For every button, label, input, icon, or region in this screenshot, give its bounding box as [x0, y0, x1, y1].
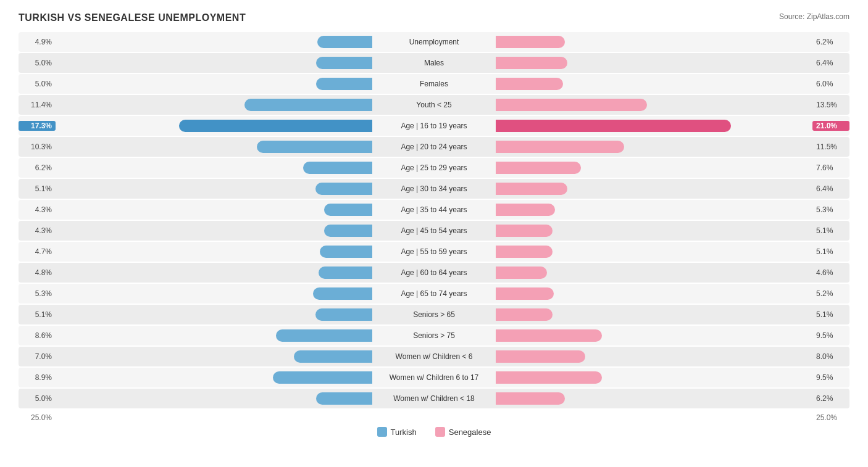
bar-left — [316, 57, 372, 69]
bar-label: Age | 20 to 24 years — [372, 143, 496, 151]
bar-left — [315, 308, 372, 321]
bar-right — [496, 204, 555, 216]
bar-left-container — [56, 162, 372, 174]
val-right: 9.5% — [812, 331, 849, 340]
bar-label: Age | 16 to 19 years — [372, 122, 496, 130]
row-inner: 6.2% Age | 25 to 29 years 7.6% — [19, 160, 849, 176]
bar-right-container — [496, 120, 812, 132]
bar-right-container — [496, 392, 812, 405]
val-right: 5.1% — [812, 226, 849, 235]
row-inner: 5.1% Age | 30 to 34 years 6.4% — [19, 181, 849, 197]
val-left: 8.6% — [19, 331, 56, 340]
val-right: 7.6% — [812, 163, 849, 172]
bar-row: 4.3% Age | 45 to 54 years 5.1% — [19, 221, 849, 241]
bar-row: 4.9% Unemployment 6.2% — [19, 32, 849, 52]
bar-row: 5.0% Women w/ Children < 18 6.2% — [19, 389, 849, 408]
bar-left-container — [56, 141, 372, 153]
bar-right-container — [496, 246, 812, 258]
bar-label: Unemployment — [372, 38, 496, 46]
bar-label: Women w/ Children 6 to 17 — [372, 373, 496, 382]
row-inner: 5.0% Males 6.4% — [19, 55, 849, 71]
bar-left — [316, 78, 372, 90]
bar-left-container — [56, 99, 372, 111]
bar-label: Age | 55 to 59 years — [372, 247, 496, 256]
legend-item-senegalese: Senegalese — [435, 427, 491, 437]
bar-right-container — [496, 225, 812, 237]
bar-row: 5.0% Females 6.0% — [19, 74, 849, 94]
val-left: 5.0% — [19, 394, 56, 403]
bar-label: Women w/ Children < 18 — [372, 394, 496, 403]
bar-right — [496, 183, 567, 195]
bar-left — [257, 141, 372, 153]
val-left: 4.9% — [19, 38, 56, 46]
bar-left-container — [56, 120, 372, 132]
val-left: 4.7% — [19, 247, 56, 256]
bar-label: Seniors > 75 — [372, 331, 496, 340]
val-left: 8.9% — [19, 373, 56, 382]
bar-right-container — [496, 99, 812, 111]
val-right: 4.6% — [812, 268, 849, 277]
val-left: 5.3% — [19, 289, 56, 298]
val-right: 5.1% — [812, 247, 849, 256]
bar-left — [324, 204, 372, 216]
bar-row: 11.4% Youth < 25 13.5% — [19, 95, 849, 115]
bar-right — [496, 308, 553, 321]
bar-right-container — [496, 350, 812, 363]
bar-left-container — [56, 36, 372, 48]
bar-left — [324, 225, 372, 237]
bar-left-container — [56, 78, 372, 90]
bar-right — [496, 57, 567, 69]
bar-row: 7.0% Women w/ Children < 6 8.0% — [19, 347, 849, 366]
bar-left — [315, 183, 372, 195]
bar-left — [294, 350, 372, 363]
chart-header: TURKISH VS SENEGALESE UNEMPLOYMENT Sourc… — [19, 12, 849, 23]
bar-left-container — [56, 371, 372, 384]
bar-left — [320, 246, 372, 258]
bar-right-container — [496, 308, 812, 321]
axis-row: 25.0% 25.0% — [19, 413, 849, 422]
bar-left-container — [56, 204, 372, 216]
row-inner: 10.3% Age | 20 to 24 years 11.5% — [19, 139, 849, 155]
bar-right-container — [496, 287, 812, 300]
bar-right — [496, 141, 624, 153]
legend-box-senegalese — [435, 427, 445, 437]
bar-label: Youth < 25 — [372, 101, 496, 109]
bar-right — [496, 120, 731, 132]
bar-row: 6.2% Age | 25 to 29 years 7.6% — [19, 158, 849, 178]
bar-left-container — [56, 57, 372, 69]
row-inner: 11.4% Youth < 25 13.5% — [19, 97, 849, 113]
row-inner: 8.6% Seniors > 75 9.5% — [19, 328, 849, 344]
bar-left-container — [56, 225, 372, 237]
val-left: 5.1% — [19, 184, 56, 193]
row-inner: 4.3% Age | 35 to 44 years 5.3% — [19, 202, 849, 218]
bar-row: 4.3% Age | 35 to 44 years 5.3% — [19, 200, 849, 220]
bar-right — [496, 287, 554, 300]
bar-left — [276, 329, 372, 342]
bar-right — [496, 329, 602, 342]
bar-label: Age | 45 to 54 years — [372, 226, 496, 235]
bar-right — [496, 225, 553, 237]
bar-left — [273, 371, 372, 384]
bar-left — [313, 287, 372, 300]
bar-row: 8.9% Women w/ Children 6 to 17 9.5% — [19, 368, 849, 387]
bar-row: 10.3% Age | 20 to 24 years 11.5% — [19, 137, 849, 157]
bar-right — [496, 99, 647, 111]
val-left: 11.4% — [19, 101, 56, 109]
val-right: 6.2% — [812, 38, 849, 46]
bar-right — [496, 36, 565, 48]
bar-label: Age | 30 to 34 years — [372, 184, 496, 193]
row-inner: 17.3% Age | 16 to 19 years 21.0% — [19, 118, 849, 134]
legend-label-turkish: Turkish — [391, 428, 417, 437]
legend-box-turkish — [377, 427, 387, 437]
val-left: 5.0% — [19, 80, 56, 88]
chart-body: 4.9% Unemployment 6.2% 5.0% Males 6.4% 5… — [19, 32, 849, 408]
val-left: 4.3% — [19, 205, 56, 214]
bar-right — [496, 392, 565, 405]
bar-right — [496, 350, 585, 363]
bar-left-container — [56, 246, 372, 258]
bar-left — [179, 120, 372, 132]
bar-label: Age | 60 to 64 years — [372, 268, 496, 277]
row-inner: 4.9% Unemployment 6.2% — [19, 34, 849, 50]
bar-label: Age | 65 to 74 years — [372, 289, 496, 298]
chart-container: TURKISH VS SENEGALESE UNEMPLOYMENT Sourc… — [0, 0, 868, 449]
